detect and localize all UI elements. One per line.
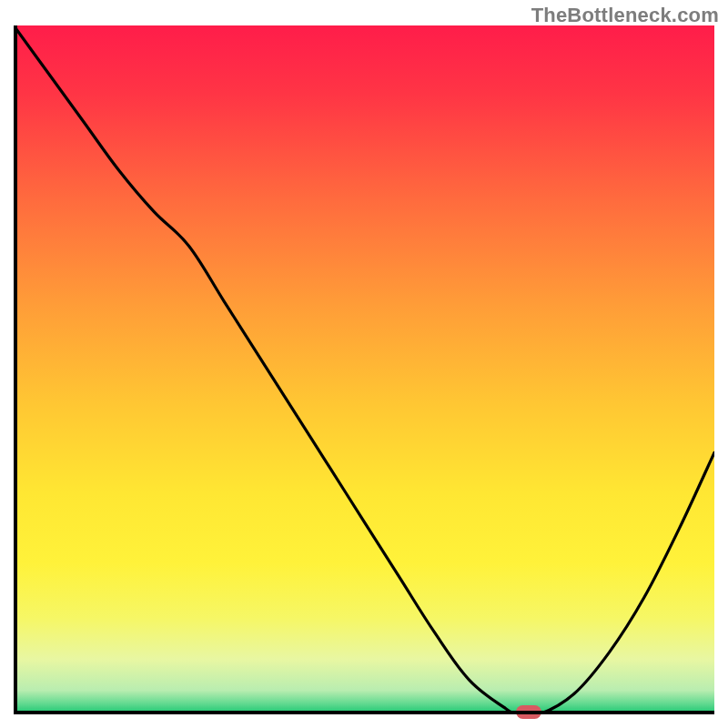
plot-area [14,25,714,714]
watermark-text: TheBottleneck.com [531,4,719,27]
chart-container: TheBottleneck.com [0,0,728,728]
y-axis-line [14,25,17,714]
bottleneck-curve [14,25,714,714]
x-axis-line [14,711,714,714]
